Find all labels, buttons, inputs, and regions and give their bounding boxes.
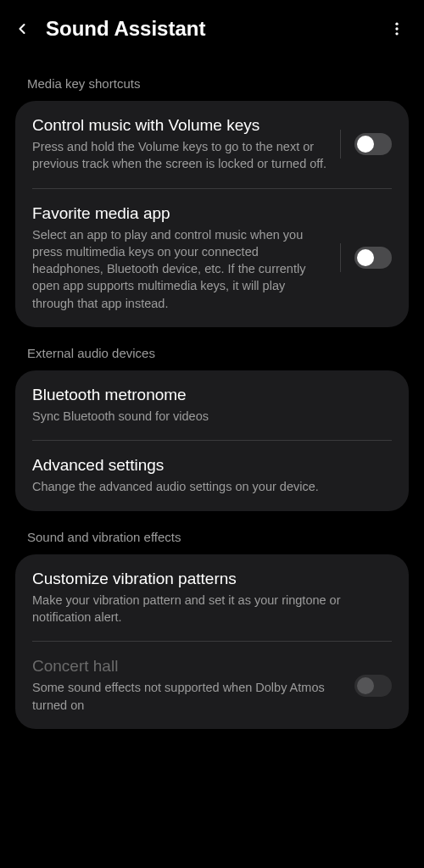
setting-title: Bluetooth metronome — [32, 386, 392, 404]
chevron-left-icon — [14, 20, 31, 37]
setting-text: Advanced settings Change the advanced au… — [32, 456, 392, 495]
setting-bluetooth-metronome[interactable]: Bluetooth metronome Sync Bluetooth sound… — [15, 370, 409, 440]
card-media: Control music with Volume keys Press and… — [15, 101, 409, 327]
toggle-favorite-media[interactable] — [354, 247, 392, 269]
card-sound: Customize vibration patterns Make your v… — [15, 554, 409, 729]
setting-desc: Make your vibration pattern and set it a… — [32, 592, 392, 626]
setting-text: Customize vibration patterns Make your v… — [32, 570, 392, 626]
setting-text: Favorite media app Select an app to play… — [32, 204, 328, 312]
setting-favorite-media[interactable]: Favorite media app Select an app to play… — [15, 189, 409, 327]
setting-vibration-patterns[interactable]: Customize vibration patterns Make your v… — [15, 554, 409, 642]
page-title: Sound Assistant — [46, 17, 373, 41]
setting-control-music[interactable]: Control music with Volume keys Press and… — [15, 101, 409, 188]
more-vertical-icon — [388, 20, 405, 37]
setting-title: Favorite media app — [32, 204, 328, 223]
more-button[interactable] — [385, 17, 409, 41]
setting-concert-hall[interactable]: Concert hall Some sound effects not supp… — [15, 642, 409, 729]
header: Sound Assistant — [0, 0, 424, 58]
svg-point-0 — [395, 23, 398, 25]
section-header-sound: Sound and vibration effects — [15, 511, 409, 554]
section-header-media: Media key shortcuts — [15, 58, 409, 101]
setting-advanced[interactable]: Advanced settings Change the advanced au… — [15, 441, 409, 510]
toggle-concert-hall[interactable] — [354, 675, 392, 697]
setting-desc: Press and hold the Volume keys to go to … — [32, 138, 328, 173]
toggle-control-music[interactable] — [354, 133, 392, 155]
setting-title: Concert hall — [32, 657, 343, 676]
toggle-thumb — [357, 136, 374, 153]
toggle-wrap — [340, 243, 392, 272]
setting-desc: Some sound effects not supported when Do… — [32, 679, 343, 714]
svg-point-1 — [395, 27, 398, 30]
content: Media key shortcuts Control music with V… — [0, 58, 424, 729]
setting-text: Concert hall Some sound effects not supp… — [32, 657, 343, 714]
back-button[interactable] — [10, 17, 34, 41]
toggle-thumb — [357, 677, 374, 694]
setting-desc: Select an app to play and control music … — [32, 226, 328, 312]
toggle-thumb — [357, 249, 374, 266]
setting-text: Control music with Volume keys Press and… — [32, 116, 328, 173]
toggle-divider — [340, 243, 341, 272]
section-header-external: External audio devices — [15, 327, 409, 370]
toggle-wrap — [340, 130, 392, 159]
setting-desc: Sync Bluetooth sound for videos — [32, 408, 392, 425]
setting-desc: Change the advanced audio settings on yo… — [32, 478, 392, 495]
setting-title: Control music with Volume keys — [32, 116, 328, 135]
card-external: Bluetooth metronome Sync Bluetooth sound… — [15, 370, 409, 511]
setting-title: Customize vibration patterns — [32, 570, 392, 588]
setting-text: Bluetooth metronome Sync Bluetooth sound… — [32, 386, 392, 425]
svg-point-2 — [395, 32, 398, 35]
setting-title: Advanced settings — [32, 456, 392, 475]
toggle-divider — [340, 130, 341, 159]
